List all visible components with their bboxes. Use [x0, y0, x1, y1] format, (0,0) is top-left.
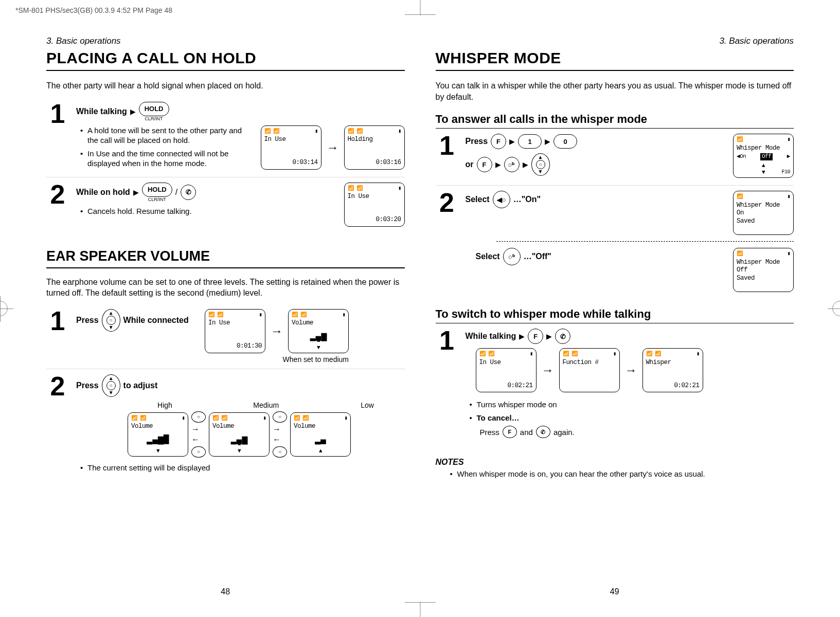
bullet: A hold tone will be sent to the other pa… — [80, 125, 251, 146]
call-key-icon: ✆ — [555, 329, 570, 344]
key-sublabel: CLR/INT — [148, 197, 166, 202]
label: or — [466, 160, 474, 169]
page-right: 3. Basic operations WHISPER MODE You can… — [420, 36, 810, 591]
one-key: 1 — [518, 134, 542, 149]
screen-volume-low: 📶 📶▮ Volume ▂▄ ▲ — [290, 412, 351, 457]
label: …"Off" — [524, 252, 551, 261]
talk-step-1: 1 While talking ▶ F ▶ ✆ 📶 📶▮ In Use 0:02… — [436, 329, 794, 447]
nav-down: ○ — [273, 446, 287, 458]
screen-in-use: 📶 📶▮ In Use 0:01:30 — [205, 309, 265, 353]
step-1: 1 While talking ▶ HOLD CLR/INT A hold to… — [46, 102, 405, 177]
label-high: High — [128, 401, 202, 409]
page-number: 49 — [610, 587, 619, 596]
intro-text: The earphone volume can be set to one of… — [46, 277, 405, 299]
screen-whisper-select: 📶▮ Whisper Mode ◀On Off▶ ▲▼ F10 — [733, 134, 794, 178]
screen-volume-high: 📶 📶▮ Volume ▂▄▆█ ▼ — [128, 412, 188, 457]
step-number: 2 — [46, 183, 69, 207]
nav-up: ○ — [273, 411, 287, 423]
crop-mark — [405, 14, 436, 15]
page-number: 48 — [221, 587, 230, 596]
f-key: F — [477, 157, 492, 172]
heading-ear-speaker-volume: EAR SPEAKER VOLUME — [46, 248, 405, 268]
label: Select — [466, 195, 490, 204]
whisper-step-2: 2 Select ◀○ …"On" 📶▮ Whisper Mode On Sav… — [436, 191, 794, 297]
step-number: 1 — [46, 309, 69, 333]
step-number: 2 — [46, 374, 69, 398]
note: When whisper mode is on, you can hear th… — [450, 469, 794, 479]
arrow-icon: → — [542, 363, 554, 377]
key-sublabel: CLR/INT — [145, 116, 163, 121]
intro-text: You can talk in a whisper while the othe… — [436, 80, 794, 102]
label: Select — [476, 252, 500, 261]
nav-up: ○ — [191, 411, 206, 423]
screen-holding: 📶 📶▮ Holding 0:03:16 — [344, 125, 405, 170]
screen-in-use: 📶 📶▮ In Use 0:02:21 — [476, 348, 537, 392]
label: …"On" — [513, 195, 541, 204]
divider — [496, 241, 794, 242]
subheading: To switch to whisper mode while talking — [436, 307, 794, 323]
f-key: F — [528, 329, 543, 344]
bullet: In Use and the time connected will not b… — [80, 149, 251, 169]
step-number: 1 — [46, 102, 69, 126]
left-nav-key: ◀○ — [493, 191, 510, 208]
screen-function: 📶 📶▮ Function # — [559, 348, 620, 392]
label: Press — [466, 137, 488, 146]
whisper-step-1: 1 Press F ▶ 1 ▶ 0 or F ▶ ○ᵇ — [436, 134, 794, 186]
arrow-icon: ▶ — [133, 188, 139, 196]
hold-key: HOLD — [142, 183, 172, 197]
page-spread: 3. Basic operations PLACING A CALL ON HO… — [0, 0, 840, 617]
crop-mark — [420, 602, 420, 617]
label: Press — [76, 381, 99, 390]
chapter-label: 3. Basic operations — [46, 36, 405, 46]
screen-whisper: 📶 📶▮ Whisper 0:02:21 — [642, 348, 703, 392]
print-header: *SM-801 PHS/sec3(GB) 00.3.9 4:52 PM Page… — [15, 6, 172, 14]
volume-step-2: 2 Press ▲○▼ to adjust High Medium Low — [46, 374, 405, 481]
bullet: Cancels hold. Resume talking. — [80, 206, 334, 216]
arrow-icon: ▶ — [130, 107, 136, 116]
step-number: 1 — [436, 134, 458, 158]
volume-step-1: 1 Press ▲○▼ While connected 📶 📶▮ — [46, 309, 405, 369]
call-key-icon: ✆ — [181, 185, 196, 200]
heading-whisper-mode: WHISPER MODE — [436, 49, 794, 71]
bullet: Turns whisper mode on — [470, 400, 794, 410]
page-left: 3. Basic operations PLACING A CALL ON HO… — [31, 36, 420, 591]
f-key: F — [491, 134, 506, 149]
notes-heading: NOTES — [436, 458, 794, 467]
intro-text: The other party will hear a hold signal … — [46, 80, 405, 92]
step-number: 1 — [436, 329, 458, 353]
step-label: While on hold — [76, 188, 130, 197]
text: and — [520, 428, 533, 437]
bullet: The current setting will be displayed — [80, 463, 405, 473]
nav-down: ○ — [191, 446, 206, 458]
bullet: To cancel… — [470, 413, 794, 423]
screen-volume: 📶 📶▮ Volume ▂▄▆ ▲▼ — [288, 309, 349, 353]
label: While talking — [466, 332, 516, 341]
up-down-key: ▲○▼ — [102, 374, 120, 397]
text: Press — [480, 428, 499, 437]
crop-mark — [405, 602, 436, 603]
hold-key: HOLD — [139, 102, 169, 116]
screen-whisper-off-saved: 📶▮ Whisper Mode Off Saved — [733, 248, 794, 292]
up-down-key: ▲○▼ — [531, 153, 550, 176]
label: to adjust — [123, 381, 158, 390]
text: again. — [553, 428, 575, 437]
label: While connected — [123, 316, 189, 325]
arrow-icon: → — [271, 324, 283, 338]
subheading: To answer all calls in the whisper mode — [436, 113, 794, 129]
zero-key: 0 — [553, 134, 577, 149]
label-low: Low — [330, 401, 405, 409]
label: Press — [76, 316, 99, 325]
crop-mark — [420, 0, 420, 15]
screen-in-use: 📶 📶▮ In Use 0:03:20 — [344, 183, 405, 227]
step-label: While talking — [76, 107, 127, 116]
f-key: F — [503, 426, 517, 438]
ob-key: ○ᵇ — [504, 157, 520, 172]
screen-volume-medium: 📶 📶▮ Volume ▂▄▆ ▲▼ — [209, 412, 270, 457]
heading-placing-call-on-hold: PLACING A CALL ON HOLD — [46, 49, 405, 71]
label-medium: Medium — [229, 401, 303, 409]
screen-in-use: 📶 📶▮ In Use 0:03:14 — [261, 125, 321, 170]
arrow-icon: → — [327, 140, 339, 155]
up-down-key: ▲○▼ — [102, 309, 120, 332]
caption: When set to medium — [205, 355, 349, 364]
arrow-icon: → — [625, 363, 637, 377]
